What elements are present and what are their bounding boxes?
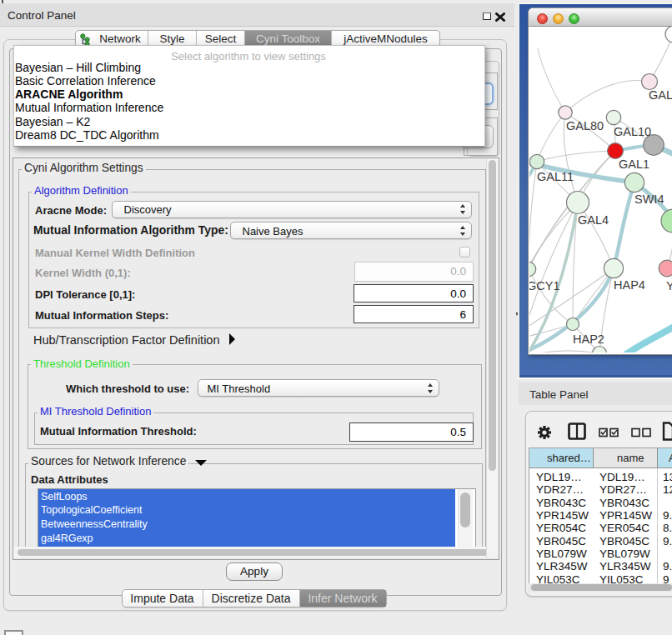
svg-text:GAL1: GAL1 bbox=[619, 158, 649, 171]
svg-text:HAP2: HAP2 bbox=[573, 332, 604, 346]
svg-text:GAL7: GAL7 bbox=[649, 88, 672, 102]
svg-text:GAL80: GAL80 bbox=[566, 119, 604, 132]
svg-text:GAL4: GAL4 bbox=[578, 213, 609, 227]
svg-text:GAL11: GAL11 bbox=[537, 170, 574, 183]
svg-text:GCY1: GCY1 bbox=[529, 279, 560, 292]
svg-text:SWI4: SWI4 bbox=[634, 192, 664, 206]
svg-text:HAP4: HAP4 bbox=[614, 278, 645, 292]
svg-text:YM: YM bbox=[666, 279, 672, 292]
svg-text:GAL10: GAL10 bbox=[614, 125, 651, 138]
